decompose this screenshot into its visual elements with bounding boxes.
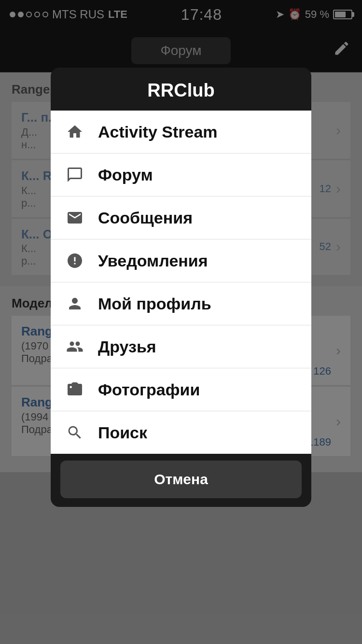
menu-item-activity-stream[interactable]: Activity Stream [51, 111, 311, 154]
menu-label-friends: Друзья [98, 337, 298, 356]
modal-dialog: RRClub Activity Stream Форум [51, 68, 311, 507]
messages-icon [64, 207, 85, 228]
menu-label-activity-stream: Activity Stream [98, 123, 298, 141]
menu-label-photos: Фотографии [98, 380, 298, 399]
cancel-button[interactable]: Отмена [60, 461, 302, 498]
notifications-icon [64, 250, 85, 271]
forum-svg [66, 166, 84, 183]
photos-svg [66, 381, 84, 398]
menu-item-search[interactable]: Поиск [51, 411, 311, 454]
friends-svg [66, 338, 84, 355]
menu-item-profile[interactable]: Мой профиль [51, 282, 311, 325]
forum-icon [64, 164, 85, 185]
menu-label-search: Поиск [98, 423, 298, 442]
menu-item-forum[interactable]: Форум [51, 154, 311, 196]
menu-label-notifications: Уведомления [98, 252, 298, 270]
modal-title: RRClub [51, 68, 311, 111]
messages-svg [66, 209, 84, 226]
home-icon [64, 121, 85, 142]
friends-icon [64, 336, 85, 357]
menu-item-messages[interactable]: Сообщения [51, 196, 311, 239]
search-svg [66, 424, 84, 441]
home-svg [66, 123, 84, 140]
menu-list: Activity Stream Форум Сообщения [51, 111, 311, 454]
search-icon [64, 422, 85, 443]
modal-overlay: RRClub Activity Stream Форум [0, 0, 362, 644]
menu-label-profile: Мой профиль [98, 294, 298, 313]
photos-icon [64, 379, 85, 400]
menu-item-photos[interactable]: Фотографии [51, 368, 311, 411]
menu-item-friends[interactable]: Друзья [51, 325, 311, 368]
profile-svg [66, 295, 84, 312]
menu-label-messages: Сообщения [98, 209, 298, 227]
menu-label-forum: Форум [98, 166, 298, 184]
profile-icon [64, 293, 85, 314]
notifications-svg [66, 252, 84, 269]
menu-item-notifications[interactable]: Уведомления [51, 239, 311, 282]
